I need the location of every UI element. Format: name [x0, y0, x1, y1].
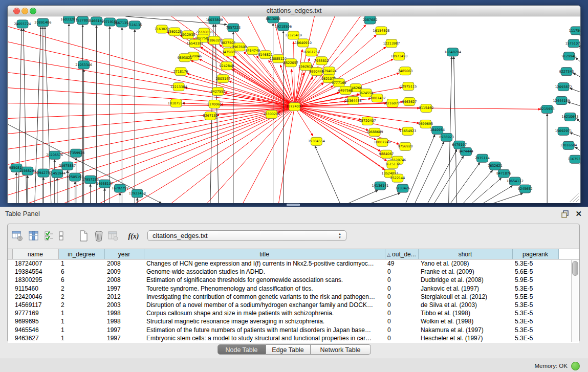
- table-cell[interactable]: 1: [58, 259, 104, 268]
- show-column-button[interactable]: [27, 230, 40, 243]
- table-cell[interactable]: Disruption of a novel member of a sodium…: [144, 301, 385, 309]
- table-cell[interactable]: 1: [58, 334, 104, 342]
- window-close-button[interactable]: [13, 8, 20, 14]
- table-cell[interactable]: 0: [385, 334, 418, 342]
- column-header-year[interactable]: year: [104, 249, 144, 259]
- table-cell[interactable]: [8, 334, 12, 342]
- table-cell[interactable]: 9465546: [12, 326, 58, 334]
- table-cell[interactable]: 1997: [104, 326, 144, 334]
- table-cell[interactable]: 9115460: [12, 285, 58, 293]
- resize-grip[interactable]: [570, 193, 579, 202]
- table-cell[interactable]: 0: [385, 293, 418, 301]
- table-cell[interactable]: 5.3E-5: [512, 301, 558, 309]
- column-header-short[interactable]: short: [418, 249, 512, 259]
- table-cell[interactable]: 5.3E-5: [512, 317, 558, 325]
- table-cell[interactable]: 0: [385, 317, 418, 325]
- table-cell[interactable]: 1: [58, 326, 104, 334]
- table-row[interactable]: 911546021997Tourette syndrome. Phenomeno…: [8, 285, 579, 293]
- table-cell[interactable]: [8, 317, 12, 325]
- table-cell[interactable]: 1998: [104, 317, 144, 325]
- table-row[interactable]: 977716911998Corpus callosum shape and si…: [8, 309, 579, 317]
- table-cell[interactable]: [8, 326, 12, 334]
- tab-network-table[interactable]: Network Table: [311, 344, 371, 355]
- network-canvas[interactable]: 1872400718300295716382283601288912935222…: [8, 16, 580, 203]
- network-window[interactable]: citations_edges.txt 18724007183002957163…: [7, 5, 581, 203]
- column-header-pagerank[interactable]: pagerank: [512, 249, 558, 259]
- table-scrollbar[interactable]: [571, 260, 578, 342]
- close-panel-icon[interactable]: ✕: [575, 209, 582, 218]
- table-cell[interactable]: 9777169: [12, 309, 58, 317]
- table-cell[interactable]: [8, 268, 12, 276]
- table-cell[interactable]: 0: [385, 309, 418, 317]
- table-cell[interactable]: Estimation of the future numbers of pati…: [144, 326, 385, 334]
- table-cell[interactable]: Genome-wide association studies in ADHD.: [144, 268, 385, 276]
- table-scrollbar-thumb[interactable]: [572, 261, 578, 276]
- table-cell[interactable]: 22420046: [12, 293, 58, 301]
- table-cell[interactable]: [8, 309, 12, 317]
- table-row[interactable]: 1456911722003Disruption of a novel membe…: [8, 301, 579, 309]
- table-cell[interactable]: Hescheler et al. (1997): [418, 334, 512, 342]
- table-cell[interactable]: 1: [58, 317, 104, 325]
- tab-node-table[interactable]: Node Table: [217, 344, 266, 355]
- table-cell[interactable]: 1: [58, 309, 104, 317]
- table-settings-button[interactable]: [11, 230, 24, 243]
- table-cell[interactable]: [8, 276, 12, 284]
- select-columns-button[interactable]: [42, 230, 56, 243]
- table-cell[interactable]: 0: [385, 285, 418, 293]
- table-cell[interactable]: 2: [58, 293, 104, 301]
- float-panel-icon[interactable]: [561, 210, 570, 218]
- table-row[interactable]: 969969511998Structural magnetic resonanc…: [8, 317, 579, 325]
- network-canvas-area[interactable]: 1872400718300295716382283601288912935222…: [8, 16, 580, 203]
- table-cell[interactable]: Corpus callosum shape and size in male p…: [144, 309, 385, 317]
- table-cell[interactable]: 0: [385, 301, 418, 309]
- table-cell[interactable]: 19384554: [12, 268, 58, 276]
- table-row[interactable]: 1872400712008Changes of HCN gene express…: [8, 259, 579, 268]
- table-cell[interactable]: 2003: [104, 301, 144, 309]
- column-header-name[interactable]: name: [12, 249, 58, 259]
- table-cell[interactable]: Embryonic stem cells: a model to study s…: [144, 334, 385, 342]
- window-minimize-button[interactable]: [21, 8, 28, 14]
- column-header-corner[interactable]: [8, 249, 12, 259]
- function-builder-button[interactable]: f(x): [127, 230, 140, 243]
- table-selector-combo[interactable]: citations_edges.txt ▲▼: [147, 230, 346, 241]
- window-zoom-button[interactable]: [30, 8, 36, 14]
- table-cell[interactable]: 1998: [104, 309, 144, 317]
- column-header-title[interactable]: title: [144, 249, 385, 259]
- table-row[interactable]: 946554611997Estimation of the future num…: [8, 326, 579, 334]
- table-cell[interactable]: Stergiakouli et al. (2012): [418, 293, 512, 301]
- table-cell[interactable]: 2009: [104, 268, 144, 276]
- tab-edge-table[interactable]: Edge Table: [266, 344, 311, 355]
- table-cell[interactable]: 5.5E-5: [512, 293, 558, 301]
- table-cell[interactable]: 5.3E-5: [512, 326, 558, 334]
- table-cell[interactable]: Estimation of significance thresholds fo…: [144, 276, 385, 284]
- table-cell[interactable]: 0: [385, 276, 418, 284]
- table-cell[interactable]: 9463627: [12, 334, 58, 342]
- table-cell[interactable]: 5.3E-5: [512, 285, 558, 293]
- table-cell[interactable]: 5.6E-5: [512, 268, 558, 276]
- table-cell[interactable]: 18724007: [12, 259, 58, 268]
- window-titlebar[interactable]: citations_edges.txt: [8, 6, 580, 16]
- table-cell[interactable]: Investigating the contribution of common…: [144, 293, 385, 301]
- table-cell[interactable]: Structural magnetic resonance image aver…: [144, 317, 385, 325]
- table-cell[interactable]: Tibbo et al. (1998): [418, 309, 512, 317]
- table-cell[interactable]: Changes of HCN gene expression and I(f) …: [144, 259, 385, 268]
- table-cell[interactable]: [8, 259, 12, 268]
- table-cell[interactable]: 49: [385, 259, 418, 268]
- table-cell[interactable]: 18300295: [12, 276, 58, 284]
- table-cell[interactable]: Dudbridge et al. (2008): [418, 276, 512, 284]
- table-cell[interactable]: 2008: [104, 259, 144, 268]
- table-cell[interactable]: 9699695: [12, 317, 58, 325]
- table-cell[interactable]: 1997: [104, 285, 144, 293]
- table-cell[interactable]: Jankovic et al. (1997): [418, 285, 512, 293]
- table-cell[interactable]: Yano et al. (2008): [418, 259, 512, 268]
- table-cell[interactable]: 2: [58, 285, 104, 293]
- table-row[interactable]: 946362711997Embryonic stem cells: a mode…: [8, 334, 579, 342]
- table-cell[interactable]: 5.3E-5: [512, 334, 558, 342]
- column-header-in_degree[interactable]: in_degree: [58, 249, 104, 259]
- table-row[interactable]: 2242004622012Investigating the contribut…: [8, 293, 579, 301]
- column-header-out_de...[interactable]: △out_de...: [385, 249, 418, 259]
- table-cell[interactable]: 6: [58, 268, 104, 276]
- table-cell[interactable]: Nakamura et al. (1997): [418, 326, 512, 334]
- table-cell[interactable]: 2012: [104, 293, 144, 301]
- table-cell[interactable]: 1997: [104, 334, 144, 342]
